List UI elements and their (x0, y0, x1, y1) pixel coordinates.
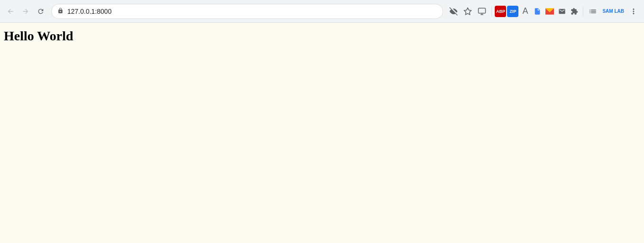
lock-icon (57, 8, 63, 15)
back-button[interactable] (4, 5, 17, 18)
page-heading: Hello World (4, 28, 640, 44)
svg-marker-1 (464, 8, 472, 14)
sam-lab-button[interactable]: SAM LAB (600, 5, 626, 18)
playlist-button[interactable] (586, 5, 599, 18)
browser-toolbar: ABP ZIP A (0, 0, 644, 23)
bookmark-button[interactable] (461, 5, 474, 18)
ext-puzzle-icon[interactable] (569, 6, 580, 17)
svg-rect-2 (479, 8, 486, 13)
page-content: Hello World (0, 23, 644, 243)
address-input[interactable] (67, 8, 437, 15)
nav-buttons (4, 5, 47, 18)
more-options-button[interactable] (627, 5, 640, 18)
ext-doc-icon[interactable] (532, 6, 543, 17)
toolbar-divider-1 (491, 7, 492, 16)
forward-button[interactable] (19, 5, 32, 18)
extension-icons: ABP ZIP A (495, 6, 580, 17)
ext-gray-icon[interactable] (556, 6, 568, 17)
ext-abp-icon[interactable]: ABP (495, 6, 506, 17)
toolbar-right: ABP ZIP A (447, 5, 640, 18)
ext-zip-icon[interactable]: ZIP (507, 6, 518, 17)
ext-font-icon[interactable]: A (519, 6, 531, 17)
address-bar[interactable] (51, 4, 443, 19)
reload-button[interactable] (34, 5, 47, 18)
hide-eye-button[interactable] (447, 5, 460, 18)
screenshot-button[interactable] (475, 5, 489, 18)
ext-gmail-icon[interactable] (544, 6, 555, 17)
toolbar-divider-2 (583, 7, 583, 16)
